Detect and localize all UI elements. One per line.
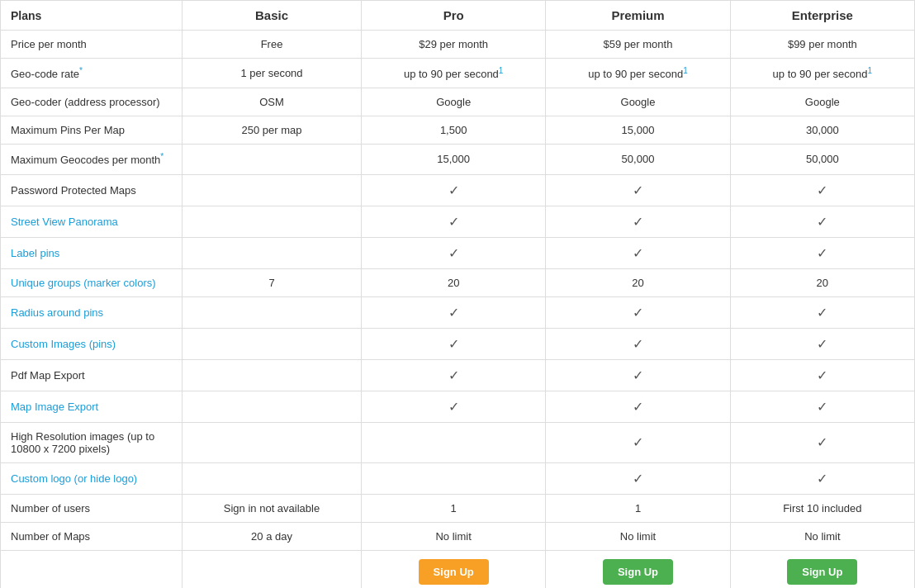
- basic-cell: [183, 206, 362, 237]
- col-header-pro: Pro: [362, 1, 546, 31]
- col-header-premium: Premium: [546, 1, 730, 31]
- checkmark-icon: ✓: [817, 368, 827, 382]
- feature-cell: High Resolution images (up to 10800 x 72…: [1, 422, 183, 462]
- feature-link[interactable]: Map Image Export: [11, 401, 98, 413]
- pro-cell: ✓: [362, 206, 546, 237]
- feature-link[interactable]: Custom logo (or hide logo): [11, 472, 137, 485]
- table-row: Custom Images (pins)✓✓✓: [1, 328, 915, 359]
- checkmark-icon: ✓: [633, 435, 643, 449]
- checkmark-icon: ✓: [448, 337, 459, 351]
- table-row: Unique groups (marker colors)7202020: [1, 268, 915, 296]
- basic-cell: [183, 462, 362, 494]
- table-row: Geo-coder (address processor)OSMGoogleGo…: [1, 88, 915, 116]
- premium-cell: 20: [546, 268, 730, 296]
- premium-cell: ✓: [546, 359, 730, 391]
- premium-cell: ✓: [546, 237, 730, 268]
- checkmark-icon: ✓: [817, 400, 827, 414]
- feature-cell[interactable]: Unique groups (marker colors): [1, 268, 183, 296]
- feature-cell[interactable]: Custom logo (or hide logo): [1, 462, 183, 494]
- feature-link[interactable]: Street View Panorama: [11, 216, 118, 228]
- enterprise-cell: ✓: [730, 359, 914, 391]
- enterprise-signup-cell[interactable]: Sign Up: [730, 550, 914, 588]
- pricing-table-wrapper: Plans Basic Pro Premium Enterprise Price…: [0, 0, 915, 588]
- feature-link[interactable]: Radius around pins: [11, 306, 103, 319]
- feature-link[interactable]: Unique groups (marker colors): [11, 277, 156, 289]
- premium-cell: ✓: [546, 296, 730, 328]
- feature-cell[interactable]: Custom Images (pins): [1, 328, 183, 359]
- checkmark-icon: ✓: [448, 246, 459, 260]
- enterprise-cell: ✓: [730, 174, 914, 206]
- checkmark-icon: ✓: [817, 246, 827, 260]
- checkmark-icon: ✓: [633, 368, 643, 382]
- checkmark-icon: ✓: [448, 306, 459, 320]
- checkmark-icon: ✓: [817, 183, 827, 197]
- pro-cell: [362, 422, 546, 462]
- checkmark-icon: ✓: [448, 215, 459, 229]
- pro-cell: up to 90 per second1: [362, 59, 546, 88]
- premium-cell: ✓: [546, 174, 730, 206]
- feature-cell[interactable]: Street View Panorama: [1, 206, 183, 237]
- checkmark-icon: ✓: [633, 472, 643, 486]
- premium-cell: up to 90 per second1: [546, 59, 730, 88]
- feature-cell: Password Protected Maps: [1, 174, 183, 206]
- pro-cell: ✓: [362, 359, 546, 391]
- feature-cell[interactable]: Radius around pins: [1, 296, 183, 328]
- basic-cell: [183, 237, 362, 268]
- enterprise-cell: 50,000: [730, 145, 914, 174]
- table-row: High Resolution images (up to 10800 x 72…: [1, 422, 915, 462]
- checkmark-icon: ✓: [448, 400, 459, 414]
- basic-cell: 250 per map: [183, 116, 362, 145]
- pro-cell: 20: [362, 268, 546, 296]
- pro-cell: 1,500: [362, 116, 546, 145]
- enterprise-cell: ✓: [730, 206, 914, 237]
- basic-cell: [183, 359, 362, 391]
- feature-cell: Number of Maps: [1, 522, 183, 550]
- table-row: Maximum Pins Per Map250 per map1,50015,0…: [1, 116, 915, 145]
- premium-cell: ✓: [546, 462, 730, 494]
- table-row: Street View Panorama✓✓✓: [1, 206, 915, 237]
- feature-cell: Maximum Geocodes per month*: [1, 145, 183, 174]
- pro-cell: ✓: [362, 296, 546, 328]
- table-row: Custom logo (or hide logo)✓✓: [1, 462, 915, 494]
- feature-cell: Pdf Map Export: [1, 359, 183, 391]
- feature-cell[interactable]: Label pins: [1, 237, 183, 268]
- signup-row: Sign UpSign UpSign Up: [1, 550, 915, 588]
- enterprise-signup-button[interactable]: Sign Up: [787, 559, 857, 585]
- premium-cell: No limit: [546, 522, 730, 550]
- premium-signup-button[interactable]: Sign Up: [603, 559, 673, 585]
- feature-cell[interactable]: Map Image Export: [1, 391, 183, 422]
- premium-signup-cell[interactable]: Sign Up: [546, 550, 730, 588]
- basic-cell: [183, 296, 362, 328]
- pro-cell: ✓: [362, 237, 546, 268]
- feature-cell: Maximum Pins Per Map: [1, 116, 183, 145]
- enterprise-cell: up to 90 per second1: [730, 59, 914, 88]
- feature-link[interactable]: Label pins: [11, 247, 59, 259]
- feature-link[interactable]: Custom Images (pins): [11, 338, 116, 350]
- checkmark-icon: ✓: [817, 472, 827, 486]
- premium-cell: Google: [546, 88, 730, 116]
- enterprise-cell: $99 per month: [730, 31, 914, 59]
- basic-cell: [183, 145, 362, 174]
- pro-cell: No limit: [362, 522, 546, 550]
- checkmark-icon: ✓: [448, 368, 459, 382]
- enterprise-cell: ✓: [730, 296, 914, 328]
- table-row: Price per monthFree$29 per month$59 per …: [1, 31, 915, 59]
- table-row: Label pins✓✓✓: [1, 237, 915, 268]
- enterprise-cell: ✓: [730, 391, 914, 422]
- pro-cell: Google: [362, 88, 546, 116]
- premium-cell: $59 per month: [546, 31, 730, 59]
- basic-cell: [183, 328, 362, 359]
- table-row: Pdf Map Export✓✓✓: [1, 359, 915, 391]
- enterprise-cell: No limit: [730, 522, 914, 550]
- feature-cell: Price per month: [1, 31, 183, 59]
- pro-cell: [362, 462, 546, 494]
- pro-signup-cell[interactable]: Sign Up: [362, 550, 546, 588]
- enterprise-cell: 30,000: [730, 116, 914, 145]
- basic-cell: [183, 422, 362, 462]
- premium-cell: 15,000: [546, 116, 730, 145]
- checkmark-icon: ✓: [633, 215, 643, 229]
- pro-signup-button[interactable]: Sign Up: [419, 559, 489, 585]
- basic-cell: [183, 174, 362, 206]
- checkmark-icon: ✓: [817, 215, 827, 229]
- table-row: Number of Maps20 a dayNo limitNo limitNo…: [1, 522, 915, 550]
